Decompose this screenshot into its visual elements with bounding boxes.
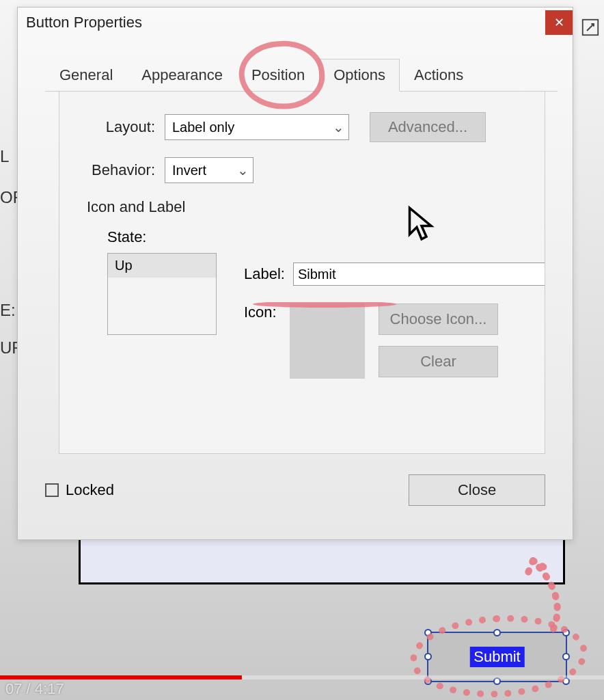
- close-icon[interactable]: ✕: [545, 10, 573, 35]
- resize-handle[interactable]: [424, 653, 432, 660]
- locked-label: Locked: [66, 481, 114, 499]
- label-input[interactable]: [293, 262, 545, 286]
- edit-icon[interactable]: [580, 17, 601, 38]
- label-label: Label:: [244, 265, 285, 283]
- tab-general[interactable]: General: [45, 59, 127, 92]
- behavior-label: Behavior:: [87, 161, 155, 179]
- tab-position[interactable]: Position: [237, 59, 319, 92]
- choose-icon-button[interactable]: Choose Icon...: [379, 304, 498, 335]
- state-label: State:: [107, 228, 517, 246]
- icon-label: Icon:: [244, 304, 282, 379]
- state-item-up[interactable]: Up: [108, 254, 216, 278]
- clear-button[interactable]: Clear: [379, 346, 498, 377]
- tabs: General Appearance Position Options Acti…: [45, 58, 558, 92]
- icon-preview: [290, 304, 365, 379]
- tab-appearance[interactable]: Appearance: [127, 59, 237, 92]
- resize-handle[interactable]: [562, 629, 570, 636]
- background-text: L: [0, 147, 9, 166]
- section-icon-and-label: Icon and Label: [87, 198, 517, 216]
- dialog-titlebar: Button Properties ✕: [18, 8, 573, 38]
- layout-label: Layout:: [87, 118, 155, 136]
- locked-checkbox[interactable]: [45, 483, 59, 497]
- close-button[interactable]: Close: [409, 474, 545, 506]
- chevron-down-icon: ⌄: [328, 115, 348, 139]
- background-text: E:: [0, 301, 16, 320]
- resize-handle[interactable]: [493, 629, 501, 636]
- document-field[interactable]: [79, 533, 565, 584]
- video-progress-bar[interactable]: [0, 675, 604, 679]
- chevron-down-icon: ⌄: [232, 158, 253, 183]
- layout-value: Label only: [172, 120, 234, 135]
- resize-handle[interactable]: [424, 629, 432, 636]
- behavior-select[interactable]: Invert ⌄: [165, 157, 253, 183]
- options-panel: Layout: Label only ⌄ Advanced... Behavio…: [59, 92, 545, 454]
- resize-handle[interactable]: [562, 653, 570, 660]
- video-progress-elapsed: [0, 675, 242, 679]
- state-listbox[interactable]: Up: [107, 253, 217, 335]
- tab-options[interactable]: Options: [319, 59, 400, 92]
- advanced-button[interactable]: Advanced...: [370, 112, 486, 142]
- button-properties-dialog: Button Properties ✕ General Appearance P…: [17, 7, 573, 540]
- form-submit-button[interactable]: Submit: [427, 632, 567, 682]
- behavior-value: Invert: [172, 163, 206, 178]
- dialog-title: Button Properties: [26, 14, 545, 31]
- video-time: 07 / 4:17: [5, 680, 64, 698]
- form-button-text: Submit: [469, 647, 524, 667]
- tab-actions[interactable]: Actions: [400, 59, 478, 92]
- layout-select[interactable]: Label only ⌄: [165, 114, 349, 140]
